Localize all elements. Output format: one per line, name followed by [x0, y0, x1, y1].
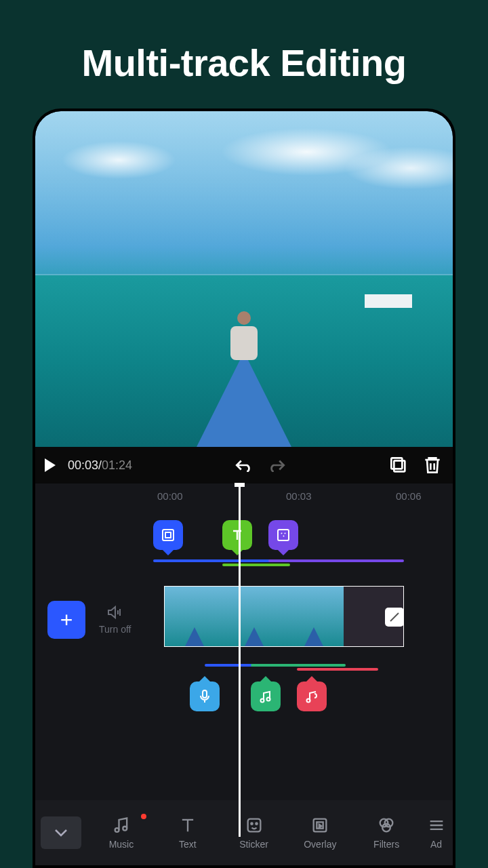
sound-effect-marker[interactable] — [297, 682, 327, 711]
phone-frame: 00:03/01:24 00:00 00:03 00:06 — [33, 108, 455, 868]
audio-toggle[interactable]: Turn off — [99, 605, 131, 635]
svg-point-9 — [115, 828, 119, 832]
delete-button[interactable] — [422, 454, 443, 476]
svg-point-12 — [251, 823, 252, 825]
text-marker[interactable] — [222, 520, 252, 550]
voiceover-marker[interactable] — [190, 682, 220, 711]
sticker-tool[interactable]: Sticker — [221, 816, 287, 850]
svg-rect-3 — [165, 532, 171, 538]
svg-rect-0 — [394, 460, 405, 471]
timeline[interactable]: + Turn off — [35, 508, 453, 830]
time-ruler[interactable]: 00:00 00:03 00:06 — [35, 484, 453, 508]
playback-bar: 00:03/01:24 — [35, 447, 453, 484]
background-boat — [365, 294, 412, 308]
video-clip-strip[interactable] — [164, 586, 404, 647]
bottom-toolbar: Music Text Sticker Overlay Filters Ad — [35, 800, 453, 865]
playhead[interactable] — [239, 484, 241, 837]
play-button[interactable] — [45, 458, 56, 472]
svg-point-6 — [261, 699, 264, 703]
add-clip-button[interactable]: + — [47, 601, 85, 639]
svg-rect-11 — [247, 819, 260, 832]
headline: Multi-track Editing — [0, 0, 488, 85]
sticker-marker[interactable] — [268, 520, 298, 550]
overlay-tool[interactable]: Overlay — [287, 816, 353, 850]
svg-point-7 — [267, 698, 270, 701]
music-track-line — [251, 664, 346, 667]
collapse-button[interactable] — [41, 816, 81, 849]
sticker-track-line — [268, 559, 404, 562]
svg-point-10 — [123, 827, 127, 831]
adjust-tool[interactable]: Ad — [420, 816, 453, 850]
svg-rect-4 — [278, 530, 289, 540]
text-track-line — [222, 564, 290, 566]
svg-rect-5 — [203, 690, 207, 698]
undo-button[interactable] — [232, 454, 254, 476]
sfx-track-line — [297, 668, 378, 671]
music-marker[interactable] — [251, 682, 281, 711]
filters-tool[interactable]: Filters — [353, 816, 420, 850]
svg-point-18 — [382, 824, 390, 832]
svg-point-13 — [256, 823, 257, 825]
svg-rect-1 — [391, 458, 402, 469]
duplicate-button[interactable] — [388, 454, 409, 476]
text-tool[interactable]: Text — [155, 816, 221, 850]
music-tool[interactable]: Music — [88, 816, 155, 850]
svg-rect-2 — [163, 530, 174, 540]
overlay-marker[interactable] — [153, 520, 183, 550]
svg-point-8 — [307, 699, 310, 703]
timecode: 00:03/01:24 — [68, 458, 132, 473]
transition-button[interactable] — [385, 608, 404, 627]
redo-button[interactable] — [266, 454, 288, 476]
video-preview[interactable] — [35, 111, 453, 447]
notification-dot — [141, 814, 146, 819]
